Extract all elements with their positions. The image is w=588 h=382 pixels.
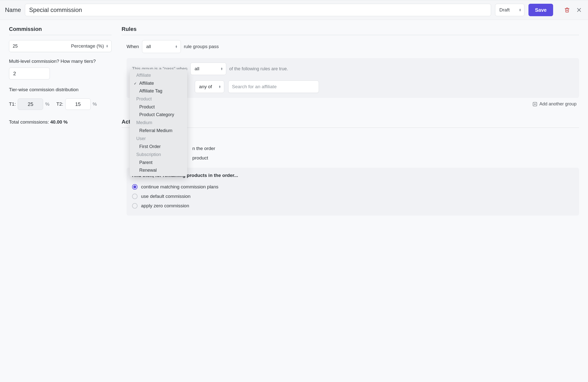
group-head-post: of the following rules are true. (229, 66, 288, 72)
chevron-updown-icon: ▲▼ (219, 85, 221, 88)
status-value: Draft (499, 7, 510, 13)
actions-title: Actions (122, 119, 579, 128)
check-icon: ✓ (133, 81, 137, 85)
dropdown-group-label: Affiliate (130, 71, 187, 79)
tiers-question: Multi-level commission? How many tiers? (9, 59, 112, 64)
trash-icon (564, 7, 570, 13)
dropdown-item-first-order[interactable]: First Order (130, 143, 187, 151)
dropdown-item-product[interactable]: Product (130, 103, 187, 111)
group-pass-value: all (195, 66, 199, 72)
group-pass-select[interactable]: all ▲▼ (190, 63, 226, 75)
name-label: Name (5, 6, 21, 13)
dropdown-item-affiliate-tag[interactable]: Affiliate Tag (130, 87, 187, 95)
then-intro: And then, for remaining products in the … (132, 173, 574, 178)
tier2-group: T2: % (56, 98, 97, 110)
dropdown-item-affiliate[interactable]: ✓ Affiliate (130, 79, 187, 87)
when-value: all (146, 44, 151, 49)
rule-field-dropdown: Affiliate ✓ Affiliate Affiliate Tag Prod… (130, 69, 187, 176)
when-label: When (127, 44, 139, 49)
dropdown-item-label: Product (139, 104, 155, 110)
tier2-label: T2: (56, 101, 63, 107)
chevron-updown-icon: ▲▼ (106, 45, 108, 48)
tier1-label: T1: (9, 101, 16, 107)
dropdown-item-product-category[interactable]: Product Category (130, 111, 187, 119)
percent-symbol: % (45, 101, 49, 107)
radio-icon (132, 203, 138, 209)
rule-row: any of ▲▼ (132, 80, 574, 93)
totals-label: Total commissions: (9, 119, 50, 125)
dropdown-item-label: Parent (139, 160, 152, 165)
commission-type-value: Percentage (%) (71, 43, 104, 49)
name-input[interactable] (25, 4, 491, 16)
radio-continue-matching[interactable]: continue matching commission plans (132, 182, 574, 192)
obscured-line (127, 136, 579, 144)
rules-when-row: When all ▲▼ rule groups pass (122, 40, 579, 53)
actions-obscured-lines: n the order product (127, 133, 579, 168)
dropdown-item-label: First Order (139, 144, 161, 149)
obscured-line-1: n the order (127, 144, 579, 153)
chevron-updown-icon: ▲▼ (220, 67, 223, 70)
when-select[interactable]: all ▲▼ (142, 40, 181, 53)
totals: Total commissions: 40.00 % (9, 119, 112, 125)
commission-type-select[interactable]: Percentage (%) ▲▼ (29, 40, 111, 52)
chevron-updown-icon: ▲▼ (175, 45, 178, 48)
radio-label: apply zero commission (141, 203, 189, 209)
rule-operator-value: any of (199, 84, 212, 89)
radio-zero-commission[interactable]: apply zero commission (132, 201, 574, 211)
dropdown-item-label: Referral Medium (139, 128, 172, 133)
rules-actions-panel: Rules When all ▲▼ rule groups pass This … (122, 26, 579, 216)
rules-title: Rules (122, 26, 579, 35)
dropdown-item-parent[interactable]: Parent (130, 159, 187, 166)
main-content: Commission Percentage (%) ▲▼ Multi-level… (0, 20, 588, 222)
tier1-group: T1: % (9, 98, 49, 110)
group-head: This group is a "pass" when all ▲▼ of th… (132, 63, 574, 75)
dropdown-group-label: Medium (130, 119, 187, 127)
dropdown-item-label: Affiliate Tag (139, 88, 162, 94)
tiers-input[interactable] (9, 68, 50, 79)
tier1-input[interactable] (18, 98, 43, 110)
tier2-input[interactable] (65, 98, 91, 110)
rule-operator-select[interactable]: any of ▲▼ (195, 80, 224, 93)
when-tail: rule groups pass (184, 44, 219, 49)
dropdown-group-label: User (130, 135, 187, 143)
obscured-tail-1: n the order (192, 146, 215, 151)
radio-icon (132, 194, 138, 199)
status-select[interactable]: Draft ▲▼ (495, 4, 524, 16)
affiliate-search-input[interactable] (228, 80, 319, 93)
commission-title: Commission (9, 26, 112, 35)
then-block: And then, for remaining products in the … (127, 168, 579, 216)
close-button[interactable] (575, 6, 583, 14)
tier-row: T1: % T2: % (9, 98, 112, 110)
commission-amount-field: Percentage (%) ▲▼ (9, 40, 112, 52)
radio-label: continue matching commission plans (141, 184, 219, 190)
close-icon (576, 7, 582, 13)
radio-default-commission[interactable]: use default commission (132, 192, 574, 201)
obscured-tail-2: product (192, 155, 208, 160)
commission-panel: Commission Percentage (%) ▲▼ Multi-level… (9, 26, 112, 216)
totals-value: 40.00 % (50, 119, 68, 125)
chevron-updown-icon: ▲▼ (519, 8, 521, 11)
radio-icon (132, 184, 138, 190)
dropdown-item-label: Product Category (139, 112, 174, 117)
editor-header: Name Draft ▲▼ Save (0, 0, 588, 20)
add-group-label: Add another group (539, 101, 577, 107)
tier-distribution-label: Tier-wise commission distribution (9, 87, 112, 92)
add-icon (532, 102, 537, 107)
delete-button[interactable] (563, 6, 571, 14)
commission-amount-input[interactable] (9, 40, 29, 52)
dropdown-item-referral-medium[interactable]: Referral Medium (130, 127, 187, 135)
obscured-line-2: product (127, 153, 579, 163)
rule-group: This group is a "pass" when all ▲▼ of th… (127, 58, 579, 98)
radio-label: use default commission (141, 194, 191, 199)
dropdown-item-label: Renewal (139, 168, 157, 173)
dropdown-group-label: Subscription (130, 151, 187, 159)
percent-symbol: % (93, 101, 97, 107)
add-group-button[interactable]: Add another group (127, 98, 579, 109)
dropdown-item-label: Affiliate (139, 81, 154, 86)
dropdown-group-label: Product (130, 95, 187, 103)
save-button[interactable]: Save (528, 4, 553, 16)
dropdown-item-renewal[interactable]: Renewal (130, 166, 187, 174)
